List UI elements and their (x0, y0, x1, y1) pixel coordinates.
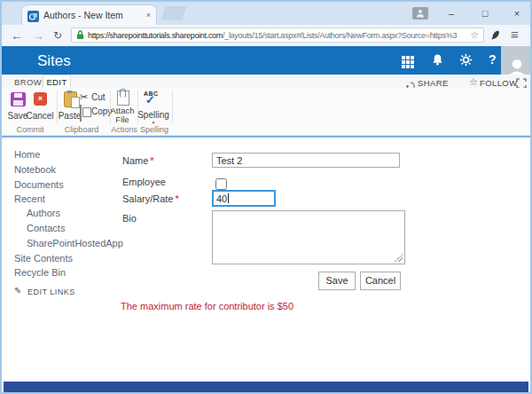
ribbon-divider (172, 91, 173, 124)
refresh-icon[interactable]: ↻ (53, 28, 62, 43)
copy-icon (80, 105, 82, 122)
bio-field-label: Bio (122, 213, 137, 224)
new-tab-button[interactable] (160, 6, 186, 20)
notifications-bell-icon[interactable] (431, 53, 445, 67)
ribbon-cancel-button[interactable]: Cancel (26, 111, 54, 121)
close-button[interactable]: × (505, 5, 528, 21)
tab-edit[interactable]: EDIT (43, 75, 71, 89)
sidebar-item-sharepointhostedapp[interactable]: SharePointHostedApp (27, 238, 123, 248)
sidebar-item-contacts[interactable]: Contacts (27, 223, 65, 233)
back-icon[interactable]: ← (11, 28, 23, 43)
browser-tab[interactable]: Authors - New Item × (21, 4, 157, 25)
form-cancel-button[interactable]: Cancel (360, 272, 401, 290)
group-label-actions: Actions (110, 125, 138, 134)
browser-titlebar: Authors - New Item × – □ × (2, 2, 530, 25)
maximize-button[interactable]: □ (473, 5, 497, 21)
salary-input[interactable]: 40 (212, 190, 276, 207)
browser-window: Authors - New Item × – □ × ← → ↻ https:/… (0, 0, 532, 394)
sidebar-item-documents[interactable]: Documents (14, 179, 64, 190)
url-path: /_layouts/15/start.aspx#/Lists/Authors/N… (223, 31, 457, 40)
sidebar-item-recycle-bin[interactable]: Recycle Bin (14, 267, 66, 278)
attach-file-button-line2[interactable]: File (108, 114, 137, 124)
save-icon (11, 92, 26, 106)
bookmark-star-icon[interactable]: ☆ (470, 29, 479, 41)
help-icon[interactable]: ? (489, 52, 497, 67)
edit-links-pencil-icon: ✎ (14, 286, 21, 296)
site-title: Sites (37, 52, 71, 70)
tab-title: Authors - New Item (43, 10, 146, 20)
sidebar-item-authors[interactable]: Authors (27, 208, 60, 218)
ribbon-tab-row (2, 75, 530, 88)
salary-field-label: Salary/Rate* (122, 193, 179, 204)
follow-star-icon: ☆ (469, 76, 478, 88)
employee-field-label: Employee (122, 177, 166, 187)
cut-button[interactable]: Cut (91, 92, 106, 102)
follow-button[interactable]: FOLLOW (480, 78, 518, 88)
extension-icon[interactable] (490, 28, 500, 44)
paste-icon (64, 91, 77, 107)
padlock-icon (76, 28, 84, 43)
edit-links-button[interactable]: EDIT LINKS (27, 288, 75, 296)
tab-close-icon[interactable]: × (146, 11, 151, 20)
text-cursor (228, 193, 229, 203)
required-mark: * (150, 155, 153, 166)
profile-icon[interactable] (412, 7, 428, 20)
app-launcher-icon[interactable] (402, 56, 405, 59)
salary-value: 40 (216, 193, 227, 204)
ribbon-bottom-border (2, 136, 530, 138)
bio-textarea[interactable] (212, 210, 405, 264)
minimize-button[interactable]: – (440, 5, 463, 21)
cancel-icon: × (34, 92, 47, 106)
sidebar-item-site-contents[interactable]: Site Contents (14, 253, 73, 264)
sidebar-item-notebook[interactable]: Notebook (14, 164, 56, 175)
required-mark: * (175, 193, 178, 204)
sidebar-item-home[interactable]: Home (14, 149, 40, 160)
group-label-clipboard: Clipboard (57, 125, 106, 134)
suite-bar (2, 46, 530, 75)
share-button[interactable]: SHARE (418, 78, 449, 88)
url-host: https://sharepointtutorials.sharepoint.c… (88, 31, 223, 40)
form-save-button[interactable]: Save (318, 272, 356, 290)
cut-icon: ✂ (80, 91, 88, 103)
resize-grip-icon[interactable] (395, 254, 403, 262)
spelling-check-icon: ✓ (145, 93, 155, 106)
menu-icon[interactable]: ≡ (511, 27, 519, 43)
address-bar[interactable]: https://sharepointtutorials.sharepoint.c… (71, 28, 484, 43)
sharepoint-favicon-icon (27, 10, 39, 21)
name-field-label: Name* (122, 155, 154, 166)
sidebar-item-recent[interactable]: Recent (14, 193, 45, 204)
spelling-button[interactable]: Spelling (137, 110, 170, 120)
validation-message: The maximum rate for contributor is $50 (121, 301, 293, 311)
name-input[interactable] (212, 153, 400, 168)
settings-gear-icon[interactable] (459, 53, 473, 67)
group-label-commit: Commit (7, 125, 53, 134)
attach-file-icon (117, 91, 129, 106)
group-label-spelling: Spelling (138, 125, 170, 134)
employee-checkbox[interactable] (215, 178, 227, 190)
page-footer-bar (4, 382, 528, 393)
forward-icon[interactable]: → (32, 28, 44, 43)
